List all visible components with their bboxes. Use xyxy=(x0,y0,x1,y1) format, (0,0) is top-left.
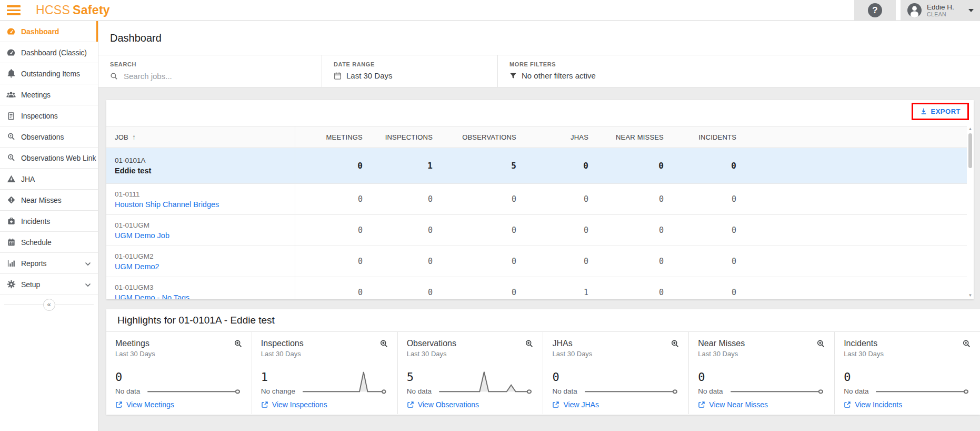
table-row[interactable]: 01-0101A Eddie test 0 1 5 0 0 0 xyxy=(106,148,974,184)
column-header-near-misses[interactable]: NEAR MISSES xyxy=(588,126,664,148)
view-observations-link[interactable]: View Observations xyxy=(407,400,534,409)
zoom-in-icon[interactable] xyxy=(234,339,243,348)
sparkline-chart xyxy=(146,370,243,395)
people-icon xyxy=(6,90,16,100)
column-header-observations[interactable]: OBSERVATIONS xyxy=(433,126,516,148)
sidebar-item-schedule[interactable]: Schedule xyxy=(0,232,98,253)
gauge-icon xyxy=(6,27,16,36)
job-name-link[interactable]: UGM Demo Job xyxy=(115,231,295,240)
sidebar-item-setup[interactable]: Setup xyxy=(0,274,98,295)
sidebar-item-label: Dashboard xyxy=(21,27,59,36)
sidebar-item-jha[interactable]: JHA xyxy=(0,169,98,190)
sidebar-item-outstanding-items[interactable]: Outstanding Items xyxy=(0,63,98,84)
search-input[interactable] xyxy=(123,71,281,81)
observations-count: 0 xyxy=(433,277,516,299)
export-label: EXPORT xyxy=(931,107,961,115)
view-meetings-link[interactable]: View Meetings xyxy=(115,400,243,409)
highlight-value: 0 xyxy=(844,371,868,383)
more-filters-section: MORE FILTERS No other filters active xyxy=(497,55,980,87)
highlight-card-near-misses: Near Misses Last 30 Days 0 No data View … xyxy=(689,332,835,414)
magnifier-icon xyxy=(6,153,16,163)
scroll-up-icon[interactable]: ▲ xyxy=(968,126,973,132)
zoom-in-icon[interactable] xyxy=(962,339,971,348)
job-name-link[interactable]: UGM Demo - No Tags xyxy=(115,293,295,300)
zoom-in-icon[interactable] xyxy=(525,339,534,348)
user-menu[interactable]: Eddie H. CLEAN xyxy=(901,0,980,21)
highlight-value: 5 xyxy=(407,371,432,383)
scrollbar-thumb[interactable] xyxy=(968,133,972,168)
sidebar-item-dashboard-classic[interactable]: Dashboard (Classic) xyxy=(0,42,98,63)
column-header-job[interactable]: JOB ↑ xyxy=(106,126,295,148)
jhas-count: 0 xyxy=(516,215,588,246)
column-header-inspections[interactable]: INSPECTIONS xyxy=(363,126,433,148)
incidents-count: 0 xyxy=(664,246,736,277)
jhas-count: 0 xyxy=(516,148,588,183)
hamburger-menu-icon[interactable] xyxy=(7,5,21,15)
date-range-control[interactable]: Last 30 Days xyxy=(334,71,497,80)
column-header-meetings[interactable]: MEETINGS xyxy=(295,126,363,148)
user-company: CLEAN xyxy=(927,11,954,17)
zoom-in-icon[interactable] xyxy=(816,339,825,348)
highlight-title: Inspections xyxy=(261,339,304,348)
view-incidents-link[interactable]: View Incidents xyxy=(844,400,971,409)
meetings-count: 0 xyxy=(295,246,363,277)
scroll-down-icon[interactable]: ▼ xyxy=(968,293,973,298)
sidebar-item-dashboard[interactable]: Dashboard xyxy=(0,21,98,42)
sidebar-item-inspections[interactable]: Inspections xyxy=(0,105,98,126)
highlight-subtitle: Last 30 Days xyxy=(698,350,825,358)
gear-icon xyxy=(6,280,16,289)
column-header-incidents[interactable]: INCIDENTS xyxy=(664,126,736,148)
table-row[interactable]: 01-01UGM UGM Demo Job 0 0 0 0 0 0 xyxy=(106,215,974,246)
table-row[interactable]: 01-01UGM2 UGM Demo2 0 0 0 0 0 0 xyxy=(106,246,974,277)
sidebar-item-incidents[interactable]: Incidents xyxy=(0,211,98,232)
observations-count: 0 xyxy=(433,246,516,277)
sidebar-item-label: Dashboard (Classic) xyxy=(21,48,87,57)
sidebar-item-near-misses[interactable]: Near Misses xyxy=(0,190,98,211)
highlight-subtitle: Last 30 Days xyxy=(115,350,243,358)
magnifier-icon xyxy=(6,132,16,142)
highlight-value: 0 xyxy=(698,371,723,383)
highlight-subtitle: Last 30 Days xyxy=(844,350,971,358)
table-scrollbar[interactable]: ▲ ▼ xyxy=(967,125,974,299)
column-header-jhas[interactable]: JHAS xyxy=(516,126,588,148)
table-row[interactable]: 01-01UGM3 UGM Demo - No Tags 0 0 0 1 0 0 xyxy=(106,277,974,299)
sidebar-item-label: Outstanding Items xyxy=(21,70,80,78)
zoom-in-icon[interactable] xyxy=(379,339,388,348)
filter-funnel-icon xyxy=(509,72,517,80)
sidebar-item-observations-web-link[interactable]: Observations Web Link xyxy=(0,148,98,169)
view-jhas-link[interactable]: View JHAs xyxy=(552,400,679,409)
chevron-down-icon xyxy=(85,280,91,289)
sidebar-item-reports[interactable]: Reports xyxy=(0,253,98,274)
job-name-link[interactable]: Houston Ship Channel Bridges xyxy=(115,200,295,209)
export-button[interactable]: EXPORT xyxy=(913,104,967,119)
highlight-card-incidents: Incidents Last 30 Days 0 No data View In… xyxy=(835,332,980,414)
highlight-value: 0 xyxy=(115,371,140,383)
highlight-card-meetings: Meetings Last 30 Days 0 No data View Mee… xyxy=(106,332,252,414)
main-content: Dashboard SEARCH DATE RANGE Last 30 Days… xyxy=(98,21,980,431)
sidebar-item-observations[interactable]: Observations xyxy=(0,126,98,148)
job-name-link[interactable]: UGM Demo2 xyxy=(115,262,295,271)
sidebar: Dashboard Dashboard (Classic) Outstandin… xyxy=(0,21,98,431)
clipboard-icon xyxy=(6,111,16,121)
sidebar-collapse-button[interactable]: « xyxy=(43,299,55,311)
zoom-in-icon[interactable] xyxy=(671,339,679,348)
incidents-count: 0 xyxy=(664,215,736,246)
view-inspections-link[interactable]: View Inspections xyxy=(261,400,388,409)
inspections-count: 1 xyxy=(363,148,433,183)
calendar-icon xyxy=(334,72,342,80)
highlight-card-jhas: JHAs Last 30 Days 0 No data View JHAs xyxy=(543,332,689,414)
more-filters-control[interactable]: No other filters active xyxy=(509,71,980,80)
highlight-card-observations: Observations Last 30 Days 5 No data View… xyxy=(398,332,544,414)
meetings-count: 0 xyxy=(295,184,363,214)
external-link-icon xyxy=(115,401,123,408)
highlight-subtitle: Last 30 Days xyxy=(552,350,679,358)
help-button[interactable]: ? xyxy=(854,0,896,21)
view-near-misses-link[interactable]: View Near Misses xyxy=(698,400,825,409)
table-row[interactable]: 01-0111 Houston Ship Channel Bridges 0 0… xyxy=(106,184,974,215)
highlight-value: 1 xyxy=(261,371,295,383)
inspections-count: 0 xyxy=(363,215,433,246)
help-icon: ? xyxy=(868,3,882,17)
highlights-title: Highlights for 01-0101A - Eddie test xyxy=(106,309,980,332)
date-range-label: DATE RANGE xyxy=(334,61,497,67)
sidebar-item-meetings[interactable]: Meetings xyxy=(0,84,98,105)
